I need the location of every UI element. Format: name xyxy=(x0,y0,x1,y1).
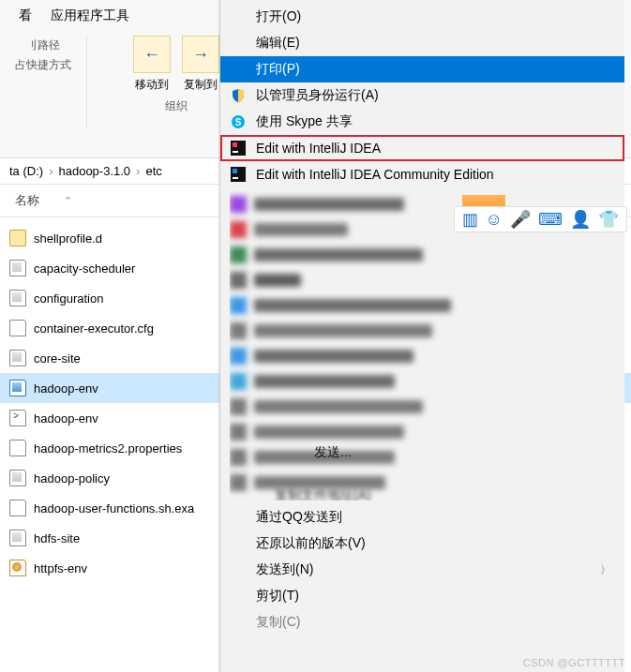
keyboard-icon[interactable]: ⌨ xyxy=(538,211,563,228)
cm-copy-address[interactable]: 复制文件地址(A) xyxy=(275,487,371,500)
chevron-right-icon: › xyxy=(136,164,140,178)
context-menu: 打开(O) 编辑(E) 打印(P) 以管理员身份运行(A) S 使用 Skype… xyxy=(219,0,624,672)
sh-file-icon xyxy=(9,410,26,426)
cm-qq-send[interactable]: 通过QQ发送到 xyxy=(220,504,624,530)
file-icon xyxy=(9,350,26,366)
copy-to-button[interactable]: → 复制到 xyxy=(180,36,221,93)
cm-copy[interactable]: 复制(C) xyxy=(220,609,624,635)
folder-icon xyxy=(9,230,26,246)
file-icon xyxy=(9,530,26,546)
move-to-icon: ← xyxy=(133,36,171,73)
file-icon xyxy=(9,290,26,306)
shield-icon xyxy=(230,87,247,104)
breadcrumb-seg-drive[interactable]: ta (D:) xyxy=(9,164,43,178)
cm-intellij[interactable]: Edit with IntelliJ IDEA xyxy=(220,135,624,161)
file-icon xyxy=(9,440,26,456)
cmd-file-icon xyxy=(9,380,26,396)
web-file-icon xyxy=(9,560,26,576)
ribbon-tab-app-tools[interactable]: 应用程序工具 xyxy=(41,4,139,28)
mic-icon[interactable]: 🎤 xyxy=(510,211,531,228)
svg-text:S: S xyxy=(235,117,242,127)
skype-icon: S xyxy=(230,113,247,130)
breadcrumb-seg-hadoop[interactable]: hadoop-3.1.0 xyxy=(58,164,130,178)
cm-send-partial[interactable]: 发送... xyxy=(314,444,352,461)
cm-intellij-ce[interactable]: Edit with IntelliJ IDEA Community Editio… xyxy=(220,161,624,187)
svg-rect-7 xyxy=(233,177,238,179)
move-to-button[interactable]: ← 移动到 xyxy=(131,36,173,93)
cm-skype-share[interactable]: S 使用 Skype 共享 xyxy=(220,109,624,135)
file-icon xyxy=(9,260,26,276)
chevron-right-icon: › xyxy=(49,164,53,178)
cm-cut[interactable]: 剪切(T) xyxy=(220,583,624,609)
svg-rect-3 xyxy=(233,142,237,147)
cm-run-as-admin[interactable]: 以管理员身份运行(A) xyxy=(220,82,624,109)
smiley-icon[interactable]: ☺ xyxy=(486,211,503,228)
page-icon[interactable]: ▥ xyxy=(462,211,478,228)
ribbon-shortcut-label: 占快捷方式 xyxy=(9,55,77,75)
watermark: CSDN @GCTTTTTT xyxy=(523,657,625,668)
intellij-ce-icon xyxy=(230,166,247,183)
file-icon xyxy=(9,320,26,336)
cm-restore-versions[interactable]: 还原以前的版本(V) xyxy=(220,530,624,557)
copy-to-icon: → xyxy=(182,36,219,73)
ribbon-path-label: 刂路径 xyxy=(9,36,77,55)
cm-print[interactable]: 打印(P) xyxy=(220,56,624,82)
blurred-menu-region: 发送... 复制文件地址(A) xyxy=(230,191,615,500)
file-icon xyxy=(9,470,26,486)
sort-caret-icon: ⌃ xyxy=(64,195,72,207)
svg-rect-4 xyxy=(233,151,238,153)
cm-send-to[interactable]: 发送到(N)〉 xyxy=(220,557,624,583)
svg-rect-6 xyxy=(233,169,237,173)
cm-open[interactable]: 打开(O) xyxy=(220,4,624,30)
ime-toolbar[interactable]: ▥ ☺ 🎤 ⌨ 👤 👕 xyxy=(454,206,627,232)
breadcrumb-seg-etc[interactable]: etc xyxy=(145,164,161,178)
ribbon-tab-view[interactable]: 看 xyxy=(9,4,41,28)
cm-edit[interactable]: 编辑(E) xyxy=(220,30,624,56)
file-icon xyxy=(9,500,26,516)
chevron-right-icon: 〉 xyxy=(600,562,611,578)
person-icon[interactable]: 👤 xyxy=(570,211,591,228)
shirt-icon[interactable]: 👕 xyxy=(598,211,619,228)
intellij-icon xyxy=(230,140,247,157)
